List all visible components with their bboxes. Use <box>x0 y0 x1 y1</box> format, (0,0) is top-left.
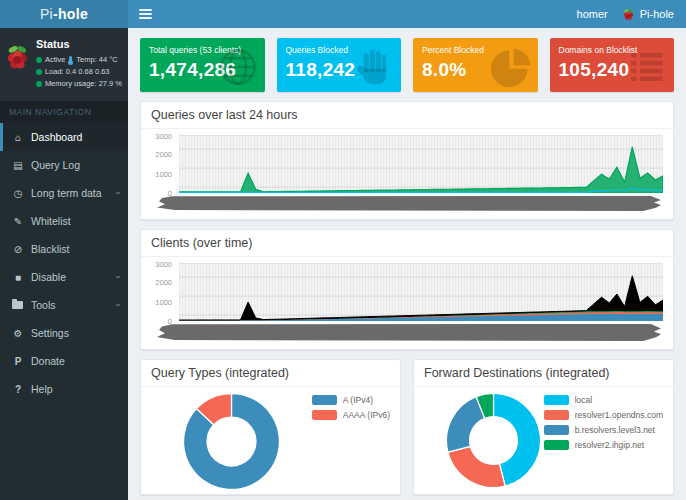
pihole-brand-label: Pi-hole <box>640 8 674 20</box>
hand-icon <box>353 46 395 88</box>
legend-swatch <box>312 410 337 420</box>
legend-item[interactable]: local <box>544 395 663 405</box>
sidebar-item-disable[interactable]: ■ Disable › <box>0 263 128 291</box>
queries-line-chart[interactable] <box>179 136 663 193</box>
panel-title: Query Types (integrated) <box>141 360 400 387</box>
chevron-down-icon: › <box>113 276 123 279</box>
main-content: Total queries (53 clients) 1,474,286 Que… <box>128 28 686 500</box>
stop-icon: ■ <box>12 272 24 283</box>
chevron-down-icon: › <box>113 192 123 195</box>
thermometer-icon <box>69 56 72 64</box>
sidebar-menu: ⌂ Dashboard ▤ Query Log ◷ Long term data… <box>0 123 128 403</box>
query-types-donut-chart[interactable] <box>181 391 282 492</box>
hamburger-icon <box>139 9 152 11</box>
gears-icon: ⚙ <box>12 328 24 339</box>
navbar-right: homer Pi-hole <box>577 8 686 21</box>
panel-title: Clients (over time) <box>141 230 673 257</box>
app-logo[interactable]: Pi-hole <box>0 0 128 28</box>
sidebar-item-tools[interactable]: Tools › <box>0 291 128 319</box>
globe-icon <box>217 46 259 88</box>
bottom-panels-row: Query Types (integrated) A (IPv4) AAAA (… <box>140 359 674 495</box>
panel-title: Forward Destinations (integrated) <box>414 360 673 387</box>
sidebar-item-dashboard[interactable]: ⌂ Dashboard <box>0 123 128 151</box>
clients-chart-area[interactable] <box>179 263 663 321</box>
status-memory-dot-icon <box>36 81 42 87</box>
clients-stacked-chart[interactable] <box>179 264 663 321</box>
legend-swatch <box>544 440 569 450</box>
stat-card-percent-blocked: Percent Blocked 8.0% <box>413 38 538 92</box>
status-temp: Temp: 44 °C <box>76 55 117 64</box>
sidebar-toggle-button[interactable] <box>128 0 162 28</box>
pihole-brand-link[interactable]: Pi-hole <box>622 8 674 21</box>
x-axis-labels-smear <box>157 324 661 341</box>
sidebar-item-donate[interactable]: P Donate <box>0 347 128 375</box>
status-load-row: Load: 0.4 0.68 0.63 <box>36 67 122 76</box>
query-types-legend: A (IPv4) AAAA (IPv6) <box>312 395 390 425</box>
y-axis-ticks: 3000 2000 1000 0 <box>151 135 176 193</box>
legend-swatch <box>544 425 569 435</box>
status-active-dot-icon <box>36 57 42 63</box>
folder-icon <box>12 301 23 309</box>
panel-title: Queries over last 24 hours <box>141 102 673 129</box>
hostname-label: homer <box>577 8 608 20</box>
legend-swatch <box>544 410 569 420</box>
sidebar-item-blacklist[interactable]: ⊘ Blacklist <box>0 235 128 263</box>
legend-item[interactable]: b.resolvers.level3.net <box>544 425 663 435</box>
queries-over-time-panel: Queries over last 24 hours 3000 2000 100… <box>140 101 674 220</box>
sidebar: Status Active Temp: 44 °C Load: 0.4 0.68… <box>0 28 128 500</box>
list-icon <box>626 46 668 88</box>
forward-destinations-legend: local resolver1.opendns.com b.resolvers.… <box>544 395 663 455</box>
edit-icon: ✎ <box>12 216 24 227</box>
status-load: Load: 0.4 0.68 0.63 <box>45 67 110 76</box>
paypal-icon: P <box>12 356 24 367</box>
top-navbar: Pi-hole homer Pi-hole <box>0 0 686 28</box>
pie-icon <box>490 46 532 88</box>
clients-over-time-panel: Clients (over time) 3000 2000 1000 0 <box>140 229 674 350</box>
sidebar-item-long-term-data[interactable]: ◷ Long term data › <box>0 179 128 207</box>
ban-icon: ⊘ <box>12 244 24 255</box>
query-types-panel: Query Types (integrated) A (IPv4) AAAA (… <box>140 359 401 495</box>
logo-text-hole: -hole <box>53 6 88 22</box>
file-icon: ▤ <box>12 160 24 171</box>
status-load-dot-icon <box>36 69 42 75</box>
status-memory-row: Memory usage: 27.9 % <box>36 79 122 88</box>
stat-cards-row: Total queries (53 clients) 1,474,286 Que… <box>140 38 674 92</box>
sidebar-item-settings[interactable]: ⚙ Settings <box>0 319 128 347</box>
status-panel: Status Active Temp: 44 °C Load: 0.4 0.68… <box>0 28 128 101</box>
legend-item[interactable]: A (IPv4) <box>312 395 390 405</box>
legend-item[interactable]: resolver1.opendns.com <box>544 410 663 420</box>
sidebar-item-query-log[interactable]: ▤ Query Log <box>0 151 128 179</box>
clock-icon: ◷ <box>12 188 24 199</box>
status-memory: Memory usage: 27.9 % <box>45 79 122 88</box>
question-icon: ? <box>12 384 24 395</box>
raspberry-icon <box>622 8 635 21</box>
logo-text-pi: Pi <box>40 6 53 22</box>
forward-destinations-donut-chart[interactable] <box>444 391 543 490</box>
pihole-logo-icon <box>6 36 29 80</box>
forward-destinations-panel: Forward Destinations (integrated) local … <box>413 359 674 495</box>
sidebar-item-whitelist[interactable]: ✎ Whitelist <box>0 207 128 235</box>
chevron-down-icon: › <box>113 304 123 307</box>
status-title: Status <box>36 38 122 50</box>
navbar-main: homer Pi-hole <box>128 0 686 28</box>
stat-card-queries-blocked: Queries Blocked 118,242 <box>277 38 402 92</box>
legend-item[interactable]: AAAA (IPv6) <box>312 410 390 420</box>
status-active-row: Active Temp: 44 °C <box>36 55 122 64</box>
x-axis-labels-smear <box>157 196 661 211</box>
queries-chart-area[interactable] <box>179 135 663 193</box>
stat-card-domains-blocklist: Domains on Blocklist 105,240 <box>550 38 675 92</box>
y-axis-ticks: 3000 2000 1000 0 <box>151 263 176 321</box>
legend-item[interactable]: resolver2.ihgip.net <box>544 440 663 450</box>
sidebar-item-help[interactable]: ? Help <box>0 375 128 403</box>
legend-swatch <box>312 395 337 405</box>
legend-swatch <box>544 395 569 405</box>
home-icon: ⌂ <box>12 132 24 143</box>
stat-card-total-queries: Total queries (53 clients) 1,474,286 <box>140 38 265 92</box>
nav-section-label: MAIN NAVIGATION <box>0 101 128 123</box>
